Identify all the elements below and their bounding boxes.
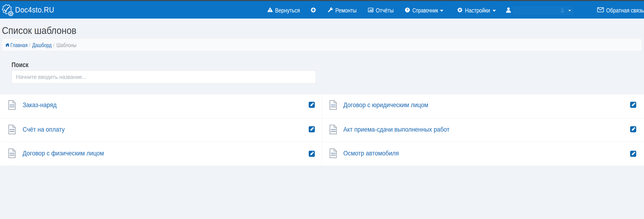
svg-text:?: ? — [406, 8, 408, 12]
